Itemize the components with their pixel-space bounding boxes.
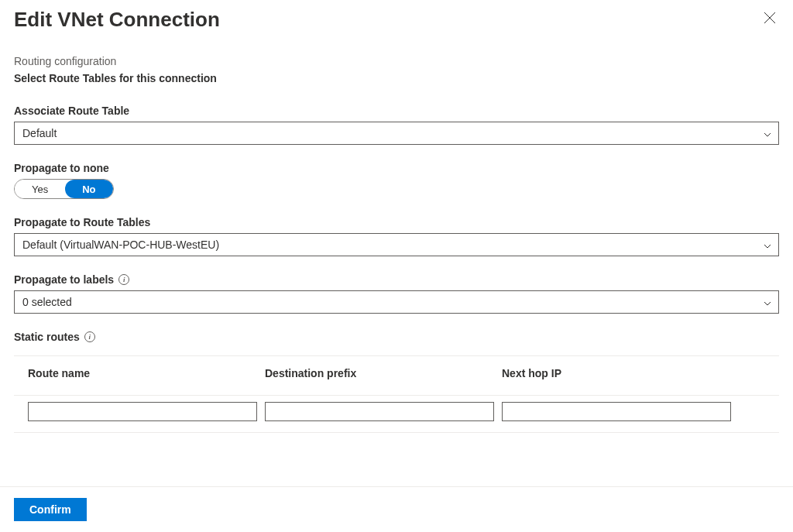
propagate-none-label: Propagate to none bbox=[14, 162, 779, 174]
propagate-none-toggle[interactable]: Yes No bbox=[14, 179, 114, 199]
confirm-button[interactable]: Confirm bbox=[14, 498, 87, 521]
destination-prefix-input[interactable] bbox=[265, 402, 494, 421]
chevron-down-icon bbox=[763, 241, 771, 249]
route-name-input[interactable] bbox=[28, 402, 257, 421]
associate-route-table-select[interactable]: Default bbox=[14, 122, 779, 145]
info-icon[interactable]: i bbox=[118, 274, 129, 285]
associate-route-table-value: Default bbox=[22, 127, 57, 139]
propagate-none-yes[interactable]: Yes bbox=[15, 180, 65, 198]
next-hop-ip-input[interactable] bbox=[502, 402, 731, 421]
chevron-down-icon bbox=[763, 298, 771, 306]
propagate-labels-label: Propagate to labels i bbox=[14, 273, 779, 286]
propagate-none-no[interactable]: No bbox=[65, 180, 112, 198]
routing-config-subtitle: Routing configuration bbox=[14, 55, 779, 67]
page-title: Edit VNet Connection bbox=[14, 8, 220, 32]
column-route-name: Route name bbox=[28, 367, 257, 379]
table-row bbox=[14, 396, 779, 421]
routing-config-heading: Select Route Tables for this connection bbox=[14, 72, 779, 84]
column-next-hop-ip: Next hop IP bbox=[502, 367, 731, 379]
associate-route-table-label: Associate Route Table bbox=[14, 105, 779, 117]
close-icon[interactable] bbox=[760, 8, 779, 29]
propagate-labels-select[interactable]: 0 selected bbox=[14, 290, 779, 314]
static-routes-label: Static routes i bbox=[14, 331, 779, 343]
propagate-route-tables-value: Default (VirtualWAN-POC-HUB-WestEU) bbox=[22, 239, 219, 251]
column-destination-prefix: Destination prefix bbox=[265, 367, 494, 379]
propagate-route-tables-select[interactable]: Default (VirtualWAN-POC-HUB-WestEU) bbox=[14, 233, 779, 256]
propagate-route-tables-label: Propagate to Route Tables bbox=[14, 216, 779, 228]
info-icon[interactable]: i bbox=[84, 331, 95, 342]
static-routes-headers: Route name Destination prefix Next hop I… bbox=[14, 355, 779, 396]
propagate-labels-value: 0 selected bbox=[22, 296, 72, 308]
chevron-down-icon bbox=[763, 129, 771, 137]
